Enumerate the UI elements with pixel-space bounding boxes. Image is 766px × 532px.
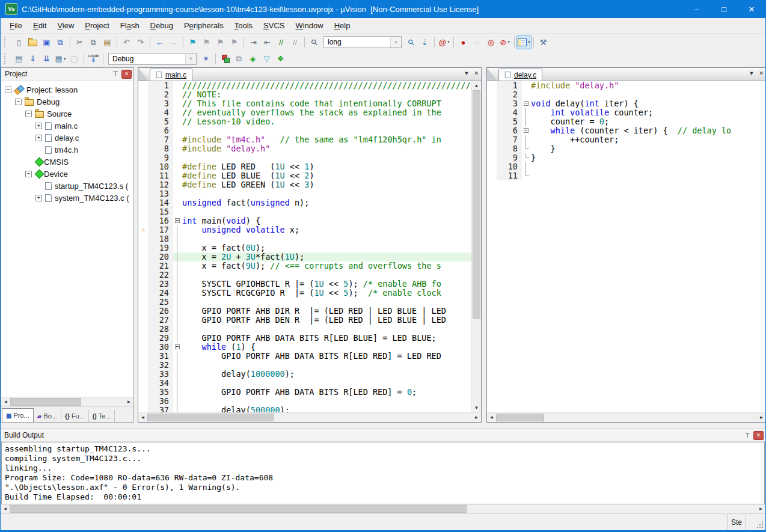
menu-debug[interactable]: Debug: [145, 19, 179, 32]
scroll-thumb[interactable]: [496, 414, 544, 421]
save-all-button[interactable]: ⧉: [54, 35, 67, 49]
dropdown-arrow-icon[interactable]: ▾: [507, 40, 510, 44]
find-in-files-button[interactable]: ⚲: [307, 35, 321, 49]
tree-item-cmsis[interactable]: CMSIS: [1, 156, 133, 168]
mark-occurrences-button[interactable]: @▾: [437, 35, 451, 49]
dropdown-arrow-icon[interactable]: ▾: [64, 57, 66, 61]
expander-icon[interactable]: +: [35, 135, 42, 141]
fold-marker[interactable]: [173, 343, 182, 352]
stop-build-button[interactable]: ▢: [67, 52, 81, 66]
project-close-button[interactable]: ✕: [121, 70, 132, 79]
dropdown-arrow-icon[interactable]: ▾: [447, 40, 450, 44]
manage-project-items-button[interactable]: ◈: [246, 52, 260, 66]
vertical-splitter[interactable]: [482, 67, 486, 423]
incremental-find-button[interactable]: ⇣: [418, 35, 432, 49]
pack-installer-button[interactable]: ❖: [274, 52, 287, 66]
redo-button[interactable]: ↷: [133, 35, 147, 49]
expander-icon[interactable]: −: [15, 99, 22, 105]
tab-functions[interactable]: {}Fu...: [61, 410, 89, 422]
uncomment-button[interactable]: //: [288, 35, 302, 49]
menu-flash[interactable]: Flash: [115, 19, 145, 32]
tree-item-delay-c[interactable]: +delay.c: [1, 132, 133, 144]
project-hscrollbar[interactable]: ◄ ►: [1, 397, 133, 406]
tab-project[interactable]: ▦Pro...: [2, 408, 34, 422]
rebuild-all-button[interactable]: ⇊: [40, 52, 54, 66]
scroll-right-icon[interactable]: ►: [472, 413, 481, 422]
paste-button[interactable]: ▤: [100, 35, 114, 49]
fold-marker[interactable]: [522, 126, 531, 135]
scroll-thumb[interactable]: [473, 90, 480, 319]
menu-help[interactable]: Help: [329, 19, 356, 32]
select-target-combo-dropdown-icon[interactable]: ˅: [185, 54, 196, 64]
enable-breakpoint-button[interactable]: ○: [470, 35, 484, 49]
debug-windows-button[interactable]: ▾: [517, 35, 531, 49]
copy-button[interactable]: ⧉: [87, 35, 100, 49]
batch-build-button[interactable]: ▦▾: [54, 52, 67, 66]
editor-vscrollbar[interactable]: ▲ ▼: [471, 81, 481, 412]
minimize-button[interactable]: –: [682, 0, 710, 18]
build-output-close-button[interactable]: ✕: [753, 431, 764, 440]
build-button[interactable]: ⇓: [26, 52, 40, 66]
open-file-button[interactable]: [26, 35, 40, 49]
menu-svcs[interactable]: SVCS: [258, 19, 290, 32]
tree-item-startup-tm4c123-s[interactable]: startup_TM4C123.s (: [1, 180, 133, 192]
menu-project[interactable]: Project: [79, 19, 114, 32]
scroll-left-icon[interactable]: ◄: [138, 413, 147, 422]
build-hscrollbar[interactable]: ◄ ►: [1, 504, 765, 513]
tree-item-debug[interactable]: −Debug: [1, 96, 133, 108]
navigate-forward-button[interactable]: →: [167, 35, 180, 49]
menu-tools[interactable]: Tools: [229, 19, 258, 32]
tree-item-source[interactable]: −Source: [1, 108, 133, 120]
expander-icon[interactable]: −: [25, 111, 32, 117]
editor-hscrollbar[interactable]: ◄ ►: [138, 412, 481, 422]
expander-icon[interactable]: −: [25, 171, 32, 177]
menu-window[interactable]: Window: [290, 19, 328, 32]
scroll-left-icon[interactable]: ◄: [487, 413, 496, 422]
find-text-combo-dropdown-icon[interactable]: ˅: [390, 37, 401, 47]
scroll-left-icon[interactable]: ◄: [1, 504, 10, 513]
dropdown-arrow-icon[interactable]: ▾: [528, 40, 530, 44]
scroll-down-icon[interactable]: ▼: [472, 403, 481, 412]
tab-books[interactable]: ▰Bo...: [34, 410, 61, 422]
toolbar-grip[interactable]: [4, 54, 8, 64]
menu-file[interactable]: File: [4, 19, 28, 32]
prev-bookmark-button[interactable]: ⚑: [213, 35, 227, 49]
cut-button[interactable]: ✂: [73, 35, 87, 49]
expander-icon[interactable]: +: [35, 195, 42, 201]
new-file-button[interactable]: ▯: [12, 35, 26, 49]
tab-templates[interactable]: ()Te...: [89, 410, 115, 422]
tab-list-dropdown-icon[interactable]: ▼: [749, 70, 755, 76]
scroll-thumb[interactable]: [147, 414, 274, 421]
tree-item-system-tm4c123-c[interactable]: +system_TM4C123.c (: [1, 192, 133, 204]
tree-item-tm4c-h[interactable]: tm4c.h: [1, 144, 133, 156]
tab-list-dropdown-icon[interactable]: ▼: [464, 70, 470, 76]
tree-item-project-lesson[interactable]: −Project: lesson: [1, 84, 133, 96]
find-text-combo[interactable]: long˅: [323, 36, 402, 48]
build-log[interactable]: assembling startup_TM4C123.s...compiling…: [1, 442, 765, 504]
tab-main-c[interactable]: main.c: [150, 69, 192, 81]
options-for-target-button[interactable]: ✶: [199, 52, 213, 66]
maximize-button[interactable]: □: [710, 0, 738, 18]
undo-button[interactable]: ↶: [120, 35, 133, 49]
pin-icon[interactable]: ⊤: [111, 70, 120, 78]
comment-button[interactable]: //: [274, 35, 288, 49]
disable-all-breakpoints-button[interactable]: ◎: [484, 35, 498, 49]
scroll-up-icon[interactable]: ▲: [472, 81, 481, 90]
next-bookmark-button[interactable]: ⚑: [200, 35, 213, 49]
translate-file-button[interactable]: ▤: [12, 52, 26, 66]
select-target-combo[interactable]: Debug˅: [108, 53, 197, 65]
scroll-right-icon[interactable]: ►: [756, 504, 765, 513]
expander-icon[interactable]: −: [5, 87, 11, 93]
close-button[interactable]: ✕: [738, 0, 765, 18]
tree-item-main-c[interactable]: +main.c: [1, 120, 133, 132]
file-extensions-button[interactable]: ⧉: [232, 52, 246, 66]
expander-icon[interactable]: +: [35, 123, 42, 129]
code-area-main[interactable]: 1///////////////////////////////////////…: [138, 81, 471, 412]
find-next-button[interactable]: ⚲: [404, 35, 418, 49]
toolbar-grip[interactable]: [4, 37, 8, 47]
kill-all-breakpoints-button[interactable]: ⊘▾: [498, 35, 512, 49]
insert-breakpoint-button[interactable]: ●: [456, 35, 470, 49]
save-button[interactable]: ▣: [40, 35, 54, 49]
editor-hscrollbar[interactable]: ◄ ►: [487, 412, 766, 422]
download-button[interactable]: LOAD⇓: [87, 52, 100, 66]
